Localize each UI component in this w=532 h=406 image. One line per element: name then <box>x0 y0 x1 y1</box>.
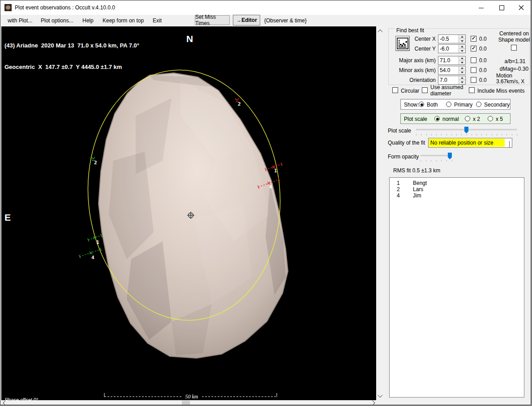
phase-offset-label: Phase offset 0° <box>5 397 39 400</box>
window-title: Plot event observations : Occult v.4.10.… <box>15 4 115 11</box>
show-both-label: Both <box>427 102 438 108</box>
menu-with-plot[interactable]: with Plot... <box>8 17 32 24</box>
center-x-label: Center X <box>389 36 436 42</box>
plot-scale-x2-label: x 2 <box>473 116 480 122</box>
form-opacity-slider-track[interactable] <box>420 155 452 156</box>
menu-bar: with Plot... Plot options... Help Keep f… <box>0 15 531 26</box>
plot-scale-slider-label: Plot scale <box>388 128 411 134</box>
show-both-radio[interactable] <box>419 102 424 107</box>
orientation-checkbox[interactable] <box>471 77 476 83</box>
quality-value: No reliable position or size <box>429 139 505 147</box>
plot-title-line1: (43) Ariadne 2020 Mar 13 71.0 x 54.0 km,… <box>4 42 139 49</box>
motion-value: 3.67km/s, X <box>496 78 524 85</box>
minor-axis-checkbox[interactable] <box>471 67 476 73</box>
dmag-label: dMag=-0.30 <box>494 66 531 72</box>
plot-header: (43) Ariadne 2020 Mar 13 71.0 x 54.0 km,… <box>4 28 139 85</box>
orientation-input[interactable]: 7.0 <box>438 76 466 85</box>
app-icon <box>4 4 12 11</box>
plot-scale-x2-radio[interactable] <box>465 116 470 121</box>
orientation-label: Orientation <box>389 77 436 83</box>
find-best-fit-title: Find best fit <box>395 27 425 34</box>
minimize-icon[interactable] <box>471 0 491 15</box>
chord-green-4 <box>79 248 102 258</box>
show-primary-radio[interactable] <box>446 102 451 107</box>
chord-label: 1 <box>274 168 277 174</box>
chord-label: 1 <box>96 239 99 245</box>
menu-keep-on-top[interactable]: Keep form on top <box>103 17 144 24</box>
spin-up-icon[interactable] <box>459 45 465 49</box>
scroll-right-icon[interactable] <box>369 400 376 405</box>
include-miss-events-label: Include Miss events <box>477 88 524 94</box>
list-item[interactable]: 1 Bengt <box>390 180 524 186</box>
spin-up-icon[interactable] <box>459 35 465 39</box>
show-secondary-radio[interactable] <box>476 102 481 107</box>
maximize-icon[interactable] <box>491 0 512 15</box>
scroll-down-icon[interactable] <box>376 392 384 399</box>
center-x-input[interactable]: -0.5 <box>438 34 466 43</box>
list-item[interactable]: 2 Lars <box>390 186 524 192</box>
center-x-checkbox[interactable]: ✓ <box>471 36 476 42</box>
list-item[interactable]: 4 Jim <box>390 192 524 199</box>
show-label: Show: <box>404 102 419 108</box>
north-label: N <box>186 34 193 44</box>
rms-fit-label: RMS fit 0.5 ±1.3 km <box>393 167 440 174</box>
spin-up-icon[interactable] <box>459 56 465 60</box>
plot-scale-x5-radio[interactable] <box>488 116 493 121</box>
show-primary-label: Primary <box>454 102 472 108</box>
spin-down-icon[interactable] <box>459 39 465 43</box>
form-opacity-slider-ticks <box>420 160 452 162</box>
major-axis-label: Major axis (km) <box>389 57 436 64</box>
quality-dropdown[interactable]: No reliable position or size <box>428 138 512 148</box>
horizontal-scrollbar[interactable] <box>0 400 531 405</box>
major-axis-input[interactable]: 71.0 <box>438 56 466 65</box>
minor-axis-label: Minor axis (km) <box>389 67 436 73</box>
chevron-down-icon <box>509 141 510 147</box>
show-secondary-label: Secondary <box>484 102 510 108</box>
spin-down-icon[interactable] <box>459 80 465 84</box>
app-window: Plot event observations : Occult v.4.10.… <box>0 0 531 405</box>
plot-scale-x5-label: x 5 <box>496 116 503 122</box>
minor-axis-input[interactable]: 54.0 <box>438 66 466 75</box>
vertical-scrollbar[interactable] <box>376 26 384 400</box>
center-x-check-label: 0.0 <box>479 36 487 42</box>
form-opacity-label: Form opacity <box>388 154 419 160</box>
title-bar: Plot event observations : Occult v.4.10.… <box>0 0 531 15</box>
plot-title-line2: Geocentric X 147.7 ±0.7 Y 4445.0 ±1.7 km <box>4 64 139 71</box>
spin-down-icon[interactable] <box>459 60 465 64</box>
center-y-checkbox[interactable]: ✓ <box>471 46 476 51</box>
center-y-input[interactable]: -6.0 <box>438 44 466 53</box>
menu-plot-options[interactable]: Plot options... <box>41 17 73 24</box>
plot-scale-slider-ticks <box>416 134 517 136</box>
centered-on-shape-checkbox[interactable] <box>511 45 517 51</box>
minor-axis-check-label: 0.0 <box>479 67 487 73</box>
horizontal-scrollbar-thumb[interactable] <box>182 401 190 405</box>
spin-down-icon[interactable] <box>459 70 465 74</box>
set-miss-times-button[interactable]: Set Miss Times <box>195 15 230 25</box>
menu-exit[interactable]: Exit <box>153 17 162 24</box>
show-group: Show: Both Primary Secondary <box>400 99 511 110</box>
spin-down-icon[interactable] <box>459 49 465 53</box>
scroll-left-icon[interactable] <box>1 400 9 405</box>
menu-help[interactable]: Help <box>82 17 94 24</box>
use-assumed-diameter-checkbox[interactable] <box>422 87 428 93</box>
chord-label: 4 <box>91 255 94 261</box>
plot-scale-normal-radio[interactable] <box>434 116 440 121</box>
orientation-check-label: 0.0 <box>479 77 487 83</box>
circular-checkbox[interactable] <box>392 87 398 93</box>
chord-label: 2 <box>94 160 97 166</box>
plot-scale-box-label: Plot scale <box>404 116 427 122</box>
plot-scale-normal-label: normal <box>442 116 459 122</box>
observer-list[interactable]: 1 Bengt 2 Lars 4 Jim <box>389 177 524 397</box>
quality-label: Quality of the fit <box>388 140 425 146</box>
center-y-label: Center Y <box>389 46 436 52</box>
include-miss-events-checkbox[interactable] <box>469 87 475 93</box>
form-opacity-slider-thumb[interactable] <box>448 153 452 159</box>
spin-up-icon[interactable] <box>459 76 465 80</box>
spin-up-icon[interactable] <box>459 66 465 70</box>
major-axis-checkbox[interactable] <box>471 57 476 63</box>
editor-button[interactable]: →Editor <box>233 15 260 26</box>
plot-scale-slider-thumb[interactable] <box>464 127 468 133</box>
plot-area[interactable]: 2 1 4 2 <box>1 26 376 400</box>
scroll-up-icon[interactable] <box>376 27 384 35</box>
close-icon[interactable] <box>511 0 531 15</box>
